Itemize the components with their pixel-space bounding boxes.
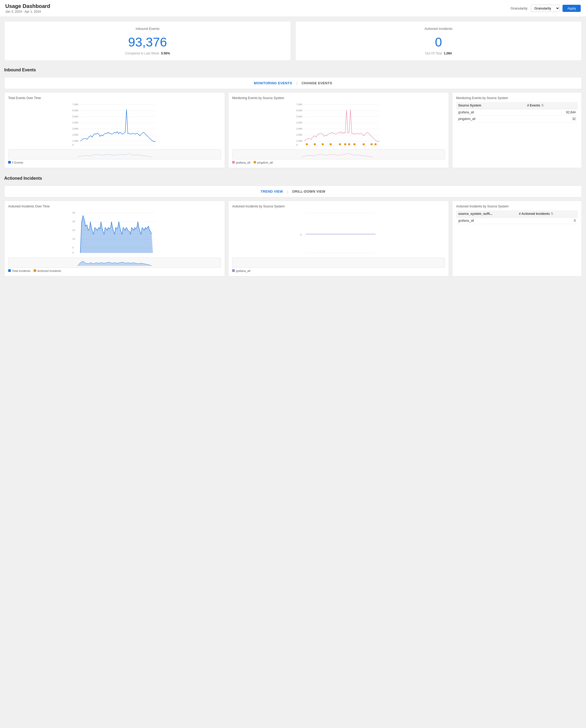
actioned-incidents-title: Actioned Incidents xyxy=(4,173,582,183)
header-controls: Granularity: Granularity Apply xyxy=(510,5,581,12)
table-row: grafana_all 92,844 xyxy=(456,109,578,116)
page-title: Usage Dashboard xyxy=(5,3,50,9)
tab-trend-view[interactable]: TREND VIEW xyxy=(257,189,287,195)
svg-text:4,000: 4,000 xyxy=(296,121,302,124)
svg-text:3,000: 3,000 xyxy=(72,127,78,130)
actioned-table-card: Actioned Incidents by Source System sour… xyxy=(452,201,582,276)
monitoring-events-chart-title: Monitoring Events by Source System xyxy=(232,96,445,100)
svg-text:5: 5 xyxy=(72,246,74,249)
actioned-source-mini-chart[interactable] xyxy=(232,258,445,268)
inbound-events-section: Inbound Events MONITORING EVENTS | CHANG… xyxy=(4,65,582,168)
svg-text:2,000: 2,000 xyxy=(72,133,78,136)
svg-point-41 xyxy=(371,143,373,145)
actioned-table-title: Actioned Incidents by Source System xyxy=(456,204,578,208)
svg-text:6,000: 6,000 xyxy=(296,109,302,112)
header-left: Usage Dashboard Jan 3, 2024 - Apr 1, 202… xyxy=(5,3,50,14)
svg-text:3,000: 3,000 xyxy=(296,127,302,130)
granularity-select[interactable]: Granularity xyxy=(531,5,560,12)
monitoring-events-mini-chart[interactable] xyxy=(232,149,445,159)
inbound-charts-row: Total Events Over Time 7,000 6,000 5,000… xyxy=(4,92,582,168)
total-events-svg: 7,000 6,000 5,000 4,000 3,000 2,000 1,00… xyxy=(8,102,221,148)
svg-point-33 xyxy=(314,143,316,145)
col-source-system: Source System xyxy=(456,102,525,109)
actioned-charts-row: Actioned Incidents Over Time 25 20 15 10… xyxy=(4,201,582,276)
main-content: Inbound Events 93,376 Compared to Last W… xyxy=(0,17,586,286)
actioned-by-source-card: Actioned Incidents by Source System 0 gr… xyxy=(228,201,449,276)
actioned-over-time-card: Actioned Incidents Over Time 25 20 15 10… xyxy=(4,201,225,276)
tab-change-events[interactable]: CHANGE EVENTS xyxy=(297,80,337,86)
apply-button[interactable]: Apply xyxy=(562,5,581,12)
kpi-actioned-value: 0 xyxy=(435,35,442,49)
actioned-legend: Total Incidents Actioned Incidents xyxy=(8,269,221,272)
kpi-inbound-value: 93,376 xyxy=(128,35,167,49)
svg-text:0: 0 xyxy=(72,251,74,254)
svg-point-39 xyxy=(353,143,355,145)
actioned-incidents-section: Actioned Incidents TREND VIEW | DRILL-DO… xyxy=(4,173,582,276)
header: Usage Dashboard Jan 3, 2024 - Apr 1, 202… xyxy=(0,0,586,17)
actioned-over-time-svg: 25 20 15 10 5 0 xyxy=(8,210,221,257)
monitoring-events-table-title: Monitoring Events by Source System xyxy=(456,96,578,100)
granularity-label: Granularity: xyxy=(510,6,528,10)
total-events-chart-card: Total Events Over Time 7,000 6,000 5,000… xyxy=(4,92,225,168)
total-events-mini-chart[interactable] xyxy=(8,149,221,159)
svg-text:2,000: 2,000 xyxy=(296,133,302,136)
actioned-mini-chart[interactable] xyxy=(8,258,221,268)
svg-text:1,000: 1,000 xyxy=(296,140,302,142)
kpi-actioned-title: Actioned Incidents xyxy=(424,27,452,31)
actioned-by-source-chart-title: Actioned Incidents by Source System xyxy=(232,204,445,208)
monitoring-events-table: Source System # Events ⇅ grafana_all 92,… xyxy=(456,102,578,122)
actioned-over-time-title: Actioned Incidents Over Time xyxy=(8,204,221,208)
kpi-actioned-subtitle: Out Of Total 1,084 xyxy=(425,52,452,55)
svg-point-37 xyxy=(344,143,346,145)
svg-point-35 xyxy=(329,143,332,145)
svg-text:1,000: 1,000 xyxy=(72,140,78,142)
svg-text:5,000: 5,000 xyxy=(72,115,78,118)
table-row: pingdom_all 32 xyxy=(456,116,578,122)
total-events-chart-title: Total Events Over Time xyxy=(8,96,221,100)
kpi-actioned-incidents: Actioned Incidents 0 Out Of Total 1,084 xyxy=(295,21,582,61)
tab-drilldown-view[interactable]: DRILL-DOWN VIEW xyxy=(288,189,329,195)
svg-marker-55 xyxy=(80,216,156,253)
svg-point-38 xyxy=(348,143,350,145)
inbound-events-title: Inbound Events xyxy=(4,65,582,75)
col-events: # Events ⇅ xyxy=(525,102,578,109)
svg-text:25: 25 xyxy=(72,211,75,214)
table-row: grafana_all 0 xyxy=(456,218,578,224)
tab-monitoring-events[interactable]: MONITORING EVENTS xyxy=(249,80,296,86)
svg-text:10: 10 xyxy=(72,237,75,240)
date-range: Jan 3, 2024 - Apr 1, 2024 xyxy=(5,10,50,14)
svg-text:0: 0 xyxy=(72,144,74,146)
actioned-source-legend: grafana_all xyxy=(232,269,445,272)
svg-text:0: 0 xyxy=(300,233,301,236)
svg-point-36 xyxy=(339,143,341,145)
svg-text:15: 15 xyxy=(72,229,75,231)
monitoring-events-table-card: Monitoring Events by Source System Sourc… xyxy=(452,92,582,168)
kpi-row: Inbound Events 93,376 Compared to Last W… xyxy=(4,21,582,61)
svg-text:20: 20 xyxy=(72,220,75,223)
monitoring-events-svg: 7,000 6,000 5,000 4,000 3,000 2,000 1,00… xyxy=(232,102,445,148)
monitoring-events-legend: grafana_all pingdom_all xyxy=(232,161,445,164)
actioned-tab-bar: TREND VIEW | DRILL-DOWN VIEW xyxy=(4,185,582,197)
svg-text:4,000: 4,000 xyxy=(72,121,78,124)
kpi-inbound-subtitle: Compared to Last Week 0.56% xyxy=(125,52,170,55)
svg-point-34 xyxy=(322,143,324,145)
svg-text:0: 0 xyxy=(296,144,298,146)
kpi-inbound-title: Inbound Events xyxy=(136,27,160,31)
svg-point-42 xyxy=(374,143,377,145)
svg-text:7,000: 7,000 xyxy=(296,103,302,106)
col-actioned-incidents: # Actioned Incidents ⇅ xyxy=(517,210,578,218)
actioned-incidents-table: source_system_suffi... # Actioned Incide… xyxy=(456,210,578,224)
svg-text:6,000: 6,000 xyxy=(72,109,78,112)
svg-point-32 xyxy=(306,143,308,145)
total-events-legend: # Events xyxy=(8,161,221,164)
svg-point-40 xyxy=(363,143,365,145)
svg-text:7,000: 7,000 xyxy=(72,103,78,106)
monitoring-events-chart-card: Monitoring Events by Source System 7,000… xyxy=(228,92,449,168)
col-source-suffix: source_system_suffi... xyxy=(456,210,517,218)
svg-text:5,000: 5,000 xyxy=(296,115,302,118)
kpi-inbound-events: Inbound Events 93,376 Compared to Last W… xyxy=(4,21,291,61)
actioned-by-source-svg: 0 xyxy=(232,210,445,257)
inbound-tab-bar: MONITORING EVENTS | CHANGE EVENTS xyxy=(4,77,582,89)
